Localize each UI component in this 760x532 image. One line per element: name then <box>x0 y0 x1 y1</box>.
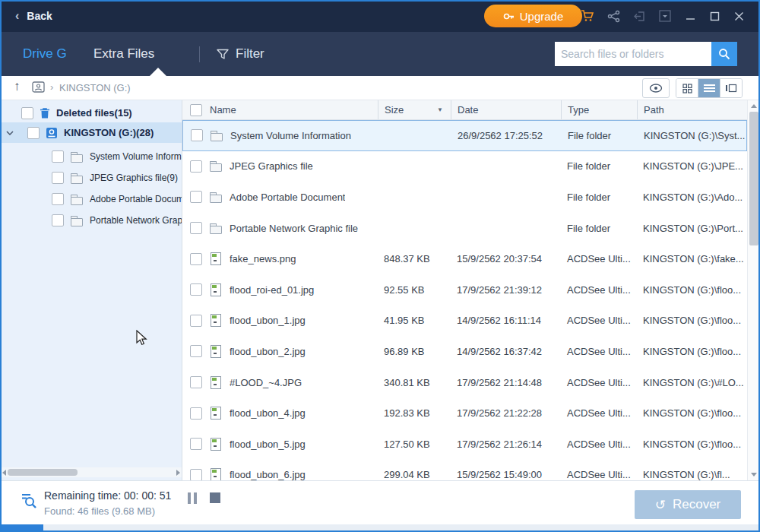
file-type: File folder <box>561 223 637 234</box>
stop-button[interactable] <box>210 492 220 503</box>
file-name: flood_ubon_6.jpg <box>230 469 306 480</box>
row-checkbox[interactable] <box>191 129 203 141</box>
deleted-files-checkbox[interactable] <box>21 107 33 119</box>
folder-icon <box>70 172 84 185</box>
row-checkbox[interactable] <box>190 253 202 265</box>
table-row[interactable]: flood_ubon_2.jpg 96.89 KB 14/9/2562 16:3… <box>182 336 747 367</box>
upgrade-button[interactable]: Upgrade <box>484 5 582 27</box>
sidebar-tree-item[interactable]: Portable Network Graph <box>0 210 182 231</box>
search-box <box>555 42 737 66</box>
table-row[interactable]: flood_ubon_1.jpg 41.95 KB 14/9/2562 16:1… <box>182 306 747 337</box>
tree-item-checkbox[interactable] <box>52 150 64 163</box>
sort-caret-icon[interactable]: ▼ <box>437 106 443 113</box>
row-checkbox[interactable] <box>190 315 202 327</box>
tree-item-checkbox[interactable] <box>52 193 64 205</box>
row-checkbox[interactable] <box>190 191 202 203</box>
close-button[interactable] <box>727 0 751 32</box>
file-type-icon <box>209 222 223 235</box>
preview-toggle-button[interactable] <box>642 78 670 98</box>
search-input[interactable] <box>555 42 711 66</box>
table-row[interactable]: Portable Network Graphic file File folde… <box>182 213 747 244</box>
row-checkbox[interactable] <box>190 283 202 296</box>
scroll-down-arrow[interactable] <box>748 469 760 480</box>
table-row[interactable]: System Volume Information 26/9/2562 17:2… <box>182 120 747 151</box>
minimize-button[interactable] <box>678 0 702 32</box>
recover-button[interactable]: ↺ Recover <box>635 490 741 519</box>
file-type: File folder <box>561 160 637 172</box>
scrollbar-thumb[interactable] <box>8 469 78 476</box>
row-checkbox[interactable] <box>190 160 202 173</box>
table-row[interactable]: fake_news.png 848.37 KB 15/9/2562 20:37:… <box>182 243 747 274</box>
menu-dropdown-icon[interactable] <box>652 0 678 32</box>
table-row[interactable]: flood_ubon_5.jpg 127.50 KB 17/9/2562 21:… <box>182 429 747 460</box>
row-checkbox[interactable] <box>190 376 202 388</box>
file-path: KINGSTON (G:)\floo... <box>637 439 747 450</box>
row-checkbox[interactable] <box>190 438 202 450</box>
sidebar-tree-item[interactable]: JPEG Graphics file(9) <box>0 167 182 188</box>
table-vertical-scrollbar[interactable] <box>747 100 760 480</box>
view-mode-switcher <box>676 78 743 98</box>
file-path: KINGSTON (G:)\Port... <box>637 223 747 234</box>
file-type: File folder <box>561 192 637 203</box>
table-row[interactable]: Adobe Portable Document File folder KING… <box>182 182 747 213</box>
filter-button[interactable]: Filter <box>217 32 264 76</box>
row-checkbox[interactable] <box>190 407 202 420</box>
file-name: flood_ubon_5.jpg <box>230 439 306 450</box>
feedback-icon[interactable] <box>626 0 652 32</box>
sidebar-item-kingston-drive[interactable]: KINGSTON (G:)(28) <box>0 122 182 143</box>
detail-view-button[interactable] <box>720 79 742 97</box>
breadcrumb-separator: › <box>50 81 53 93</box>
back-button[interactable]: ‹ Back <box>15 10 52 22</box>
scrollbar-thumb[interactable] <box>749 112 758 245</box>
tree-item-checkbox[interactable] <box>52 214 64 226</box>
sidebar-tree-item[interactable]: Adobe Portable Docume <box>0 188 182 210</box>
row-checkbox[interactable] <box>190 469 202 480</box>
list-view-button[interactable] <box>698 79 720 97</box>
tab-extra-files[interactable]: Extra Files <box>93 32 154 76</box>
row-checkbox[interactable] <box>190 222 202 234</box>
sidebar-horizontal-scrollbar[interactable] <box>0 467 182 477</box>
drive-root-icon[interactable] <box>32 81 46 97</box>
column-header-path[interactable]: Path <box>637 100 747 119</box>
file-name: #LOOD_~4.JPG <box>230 377 302 388</box>
table-row[interactable]: flood_ubon_4.jpg 192.83 KB 17/9/2562 21:… <box>182 397 747 429</box>
recover-label: Recover <box>673 497 720 512</box>
pause-button[interactable] <box>188 492 198 504</box>
kingston-drive-checkbox[interactable] <box>27 127 40 139</box>
column-header-type[interactable]: Type <box>561 100 637 119</box>
scroll-right-arrow[interactable] <box>174 467 182 477</box>
select-all-checkbox[interactable] <box>190 104 202 116</box>
sidebar-tree-item[interactable]: System Volume Informat <box>0 146 182 167</box>
table-row[interactable]: JPEG Graphics file File folder KINGSTON … <box>182 151 747 182</box>
grid-view-button[interactable] <box>676 79 698 97</box>
share-icon[interactable] <box>600 0 626 32</box>
file-type-icon <box>209 314 223 327</box>
file-type: File folder <box>562 130 638 141</box>
up-level-icon[interactable]: ↑ <box>14 79 21 94</box>
column-header-size[interactable]: Size ▼ <box>378 100 451 119</box>
chevron-down-icon[interactable] <box>6 131 15 135</box>
table-row[interactable]: flood_ubon_6.jpg 299.04 KB 15/9/2562 15:… <box>182 460 747 480</box>
tab-drive-g[interactable]: Drive G <box>23 32 67 76</box>
file-type-icon <box>209 468 223 480</box>
sidebar-item-deleted-files[interactable]: Deleted files(15) <box>0 103 182 122</box>
scan-status-icon <box>20 491 38 512</box>
tree-item-checkbox[interactable] <box>52 172 64 184</box>
table-row[interactable]: flood_roi-ed_01.jpg 92.55 KB 17/9/2562 2… <box>182 274 747 306</box>
breadcrumb-path[interactable]: KINGSTON (G:) <box>59 82 131 93</box>
row-checkbox[interactable] <box>190 345 202 357</box>
scroll-left-arrow[interactable] <box>0 467 8 477</box>
tree-item-label: System Volume Informat <box>90 151 182 162</box>
cart-icon[interactable] <box>575 0 600 32</box>
column-header-date[interactable]: Date <box>451 100 561 119</box>
back-label: Back <box>27 10 52 22</box>
file-date: 14/9/2562 16:11:14 <box>451 315 561 326</box>
file-name: JPEG Graphics file <box>230 160 313 172</box>
column-header-name[interactable]: Name <box>182 100 378 119</box>
maximize-button[interactable] <box>702 0 727 32</box>
scroll-up-arrow[interactable] <box>748 100 760 112</box>
detail-view-icon <box>726 84 737 93</box>
file-name: flood_ubon_1.jpg <box>230 315 306 326</box>
search-button[interactable] <box>711 42 737 66</box>
table-row[interactable]: #LOOD_~4.JPG 340.81 KB 17/9/2562 21:14:4… <box>182 367 747 398</box>
